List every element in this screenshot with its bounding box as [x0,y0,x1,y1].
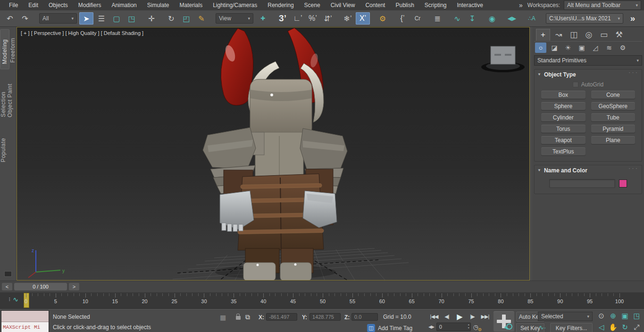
geometry-category[interactable]: ○ [535,43,546,53]
primitive-button[interactable]: Cylinder [541,113,585,121]
select-and-place-icon[interactable]: ✎ [194,12,209,25]
play-button[interactable]: ▶ [454,311,465,322]
curve-editor-icon[interactable]: ∿ [450,12,464,25]
previous-frame-button[interactable]: ◀| [441,311,452,322]
rollout-grip-icon[interactable]: ⠁⠁⠁ [628,168,639,173]
primitive-button[interactable]: Torus [541,125,585,133]
angle-snap-toggle-icon[interactable]: ∟’ [291,12,305,25]
next-frame-button[interactable]: |▶ [467,311,478,322]
zoom-extents-icon[interactable]: ▣ [619,310,631,322]
current-frame-field[interactable]: 0 ▴ ▾ [436,323,471,331]
display-tab[interactable]: ▭ [597,29,611,40]
menu-item[interactable]: Content [360,2,390,9]
menu-item[interactable]: File [4,2,23,9]
zoom-all-icon[interactable]: ⊕ [607,310,619,322]
snaps-use-axis-constraints-icon[interactable]: ❄’ [341,12,355,25]
autogrid-checkbox[interactable] [573,82,578,87]
dope-sheet-icon[interactable]: ↧ [465,12,479,25]
select-and-scale-icon[interactable]: ◰ [179,12,193,25]
viewport-canvas[interactable]: z y [17,27,529,280]
primitive-button[interactable]: TextPlus [541,147,585,155]
rectangular-selection-region-icon[interactable]: ▢ [109,12,124,25]
add-time-tag[interactable]: Add Time Tag [378,325,412,332]
name-and-color-rollout-header[interactable]: ▼ Name and Color ⠁⠁⠁ [535,165,642,175]
spinner-up-icon[interactable]: ▴ [468,323,469,326]
viewport-label[interactable]: [ + ] [ Perspective ] [ High Quality ] [… [21,30,143,36]
ribbon-tab[interactable]: Modeling [0,29,9,69]
character-model[interactable] [203,28,347,280]
toolbar-overflow-icon[interactable]: » [626,12,640,25]
helpers-category[interactable]: ◿ [590,43,601,53]
absolute-mode-transform-icon[interactable]: ⧉ [245,313,250,321]
reference-coordinate-dropdown[interactable]: View▾ [216,13,253,24]
go-to-start-button[interactable]: |◀◀ [428,311,440,322]
primitive-button[interactable]: Pyramid [591,125,636,133]
primitive-button[interactable]: Teapot [541,136,585,144]
cameras-category[interactable]: ▣ [576,43,587,53]
perspective-viewport[interactable]: [ + ] [ Perspective ] [ High Quality ] [… [17,27,530,281]
primitives-dropdown[interactable]: Standard Primitives ▾ [534,55,642,66]
systems-category[interactable]: ⚙ [617,43,628,53]
mirror-icon[interactable]: ◀▶ [505,12,519,25]
modify-tab[interactable]: ↝ [552,29,565,40]
workspace-dropdown[interactable]: Alt Menu and Toolbar ▾ [564,0,641,10]
menu-item[interactable]: Civil View [326,2,360,9]
time-slider-value[interactable]: 0 / 100 [14,283,67,290]
orbit-icon[interactable]: ↻ [619,322,631,332]
zoom-extents-all-icon[interactable]: ◳ [631,310,643,322]
go-to-end-button[interactable]: ▶▶| [479,311,491,322]
object-name-field[interactable] [549,179,615,188]
time-configuration-button[interactable]: ◷⚙ [473,323,478,331]
create-selection-set-icon[interactable]: Cr [410,12,425,25]
key-filter-curve-icon[interactable]: ∿· [539,324,546,331]
open-mini-curve-editor-button[interactable]: ⠇ ∿ [8,296,18,303]
ribbon-tab[interactable]: Freeform [9,31,16,69]
select-object-icon[interactable]: ➤ [79,12,93,25]
create-tab[interactable]: + [536,29,550,41]
isolate-selection-toggle-icon[interactable]: X’ [356,12,370,25]
menu-item[interactable]: Publish [390,2,419,9]
window-crossing-icon[interactable]: ◳ [125,12,139,25]
redo-icon[interactable]: ↷ [18,12,32,25]
menu-item[interactable]: Scene [299,2,326,9]
select-by-name-icon[interactable]: ☰ [94,12,109,25]
rollout-grip-icon[interactable]: ⠁⠁⠁ [628,72,639,77]
maxscript-mini-listener[interactable]: MAXScript Mi [1,310,49,332]
z-coordinate-field[interactable]: 0.0 [351,313,378,321]
pan-view-icon[interactable]: ✋ [607,322,619,332]
select-and-manipulate-icon[interactable]: ⚙ [376,12,390,25]
percent-snap-toggle-icon[interactable]: %’ [306,12,320,25]
frame-spinner[interactable]: ▴ ▾ [468,323,469,330]
object-type-rollout-header[interactable]: ▼ Object Type ⠁⠁⠁ [535,69,642,79]
y-coordinate-field[interactable]: 1428.775 [309,313,341,321]
menu-item[interactable]: Objects [43,2,73,9]
set-keys-button[interactable] [493,311,514,332]
menu-item[interactable]: Modifiers [73,2,107,9]
snaps-toggle-3d-icon[interactable]: 3’ [276,12,290,25]
menu-item[interactable]: Lighting/Cameras [208,2,262,9]
ribbon-minimize-button[interactable] [4,271,12,277]
hierarchy-tab[interactable]: ◫ [567,29,580,40]
selection-filter-dropdown[interactable]: All▾ [39,13,77,24]
field-of-view-icon[interactable]: ◁ [595,322,607,332]
x-coordinate-field[interactable]: -861.497 [266,313,297,321]
ribbon-tab[interactable]: Object Paint [7,77,13,124]
menu-item[interactable]: Edit [23,2,43,9]
menu-item[interactable]: Simulate [142,2,175,9]
object-color-swatch[interactable] [619,179,627,187]
named-selection-sets-icon[interactable]: {’ [395,12,410,25]
motion-tab[interactable]: ◎ [582,29,595,40]
listener-macro-pane[interactable] [1,311,49,322]
track-bar[interactable]: ⠇ ∿ 051015202530354045505560657075808590… [0,292,644,309]
spinner-snap-toggle-icon[interactable]: ⇵’ [321,12,335,25]
use-pivot-point-center-icon[interactable]: ✚ [256,12,270,25]
spacewarps-category[interactable]: ≋ [603,43,615,53]
align-icon[interactable]: ∴A [525,12,539,25]
menu-overflow-icon[interactable]: » [517,1,524,9]
time-tag-cube-icon[interactable]: ◫ [367,324,375,332]
project-folder-dropdown[interactable]: C:\Users\U...s Max 2021▾ [546,13,623,24]
selection-region-grid-icon[interactable]: ▦ [220,314,226,321]
selection-set-dropdown[interactable]: Selected ▾ [538,312,593,321]
shapes-category[interactable]: ◪ [549,43,560,53]
undo-icon[interactable]: ↶ [3,12,17,25]
